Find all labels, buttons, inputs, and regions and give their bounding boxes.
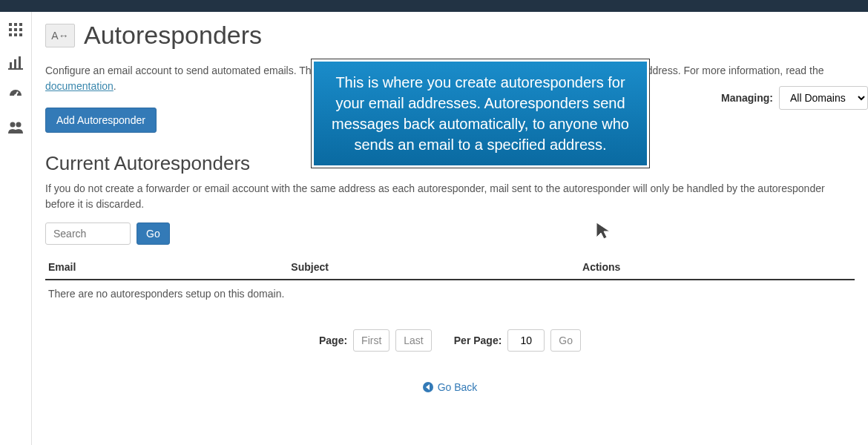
autoresponders-table: Email Subject Actions xyxy=(45,255,855,280)
last-page-button[interactable]: Last xyxy=(395,329,431,352)
search-go-button[interactable]: Go xyxy=(137,222,170,245)
search-input[interactable] xyxy=(45,222,131,245)
col-subject: Subject xyxy=(288,255,579,280)
col-email: Email xyxy=(45,255,288,280)
svg-rect-10 xyxy=(14,59,16,68)
go-back-link[interactable]: Go Back xyxy=(423,381,478,393)
managing-label: Managing: xyxy=(721,92,773,104)
arrow-left-circle-icon xyxy=(423,382,433,392)
sidebar-users-icon[interactable] xyxy=(7,119,24,136)
svg-rect-2 xyxy=(19,23,22,26)
svg-rect-11 xyxy=(19,56,21,68)
pager-row: Page: First Last Per Page: Go xyxy=(45,329,855,352)
go-back-label: Go Back xyxy=(438,381,478,393)
sidebar xyxy=(0,12,32,445)
page-header: A↔ Autoresponders xyxy=(45,21,855,50)
section-desc: If you do not create a forwarder or emai… xyxy=(45,181,855,212)
add-autoresponder-button[interactable]: Add Autoresponder xyxy=(45,108,157,133)
svg-rect-3 xyxy=(9,28,12,31)
svg-rect-5 xyxy=(19,28,22,31)
svg-rect-8 xyxy=(19,33,22,36)
tutorial-tooltip: This is where you create autoresponders … xyxy=(312,59,649,168)
page-group: Page: First Last xyxy=(319,329,432,352)
managing-row: Managing: All Domains xyxy=(721,86,868,110)
svg-point-16 xyxy=(16,122,22,128)
managing-select[interactable]: All Domains xyxy=(779,86,868,110)
perpage-go-button[interactable]: Go xyxy=(550,329,581,352)
svg-rect-6 xyxy=(9,33,12,36)
intro-after: . xyxy=(114,80,116,92)
autoresponder-icon: A↔ xyxy=(45,24,75,47)
svg-rect-4 xyxy=(14,28,17,31)
first-page-button[interactable]: First xyxy=(353,329,389,352)
svg-rect-12 xyxy=(8,68,23,70)
goback-row: Go Back xyxy=(45,381,855,393)
perpage-label: Per Page: xyxy=(454,334,502,346)
documentation-link[interactable]: documentation xyxy=(45,80,114,92)
sidebar-stats-icon[interactable] xyxy=(7,53,24,71)
page-title: Autoresponders xyxy=(84,21,262,50)
perpage-input[interactable] xyxy=(507,329,545,352)
col-actions: Actions xyxy=(579,255,855,280)
sidebar-dashboard-icon[interactable] xyxy=(7,86,24,104)
perpage-group: Per Page: Go xyxy=(454,329,581,352)
svg-rect-7 xyxy=(14,33,17,36)
sidebar-apps-icon[interactable] xyxy=(7,21,24,39)
empty-message: There are no autoresponders setup on thi… xyxy=(45,280,855,307)
topbar xyxy=(0,0,868,12)
svg-rect-0 xyxy=(9,23,12,26)
svg-rect-9 xyxy=(10,62,12,68)
svg-rect-1 xyxy=(14,23,17,26)
svg-point-15 xyxy=(10,122,16,128)
page-label: Page: xyxy=(319,334,347,346)
search-row: Go xyxy=(45,222,855,245)
